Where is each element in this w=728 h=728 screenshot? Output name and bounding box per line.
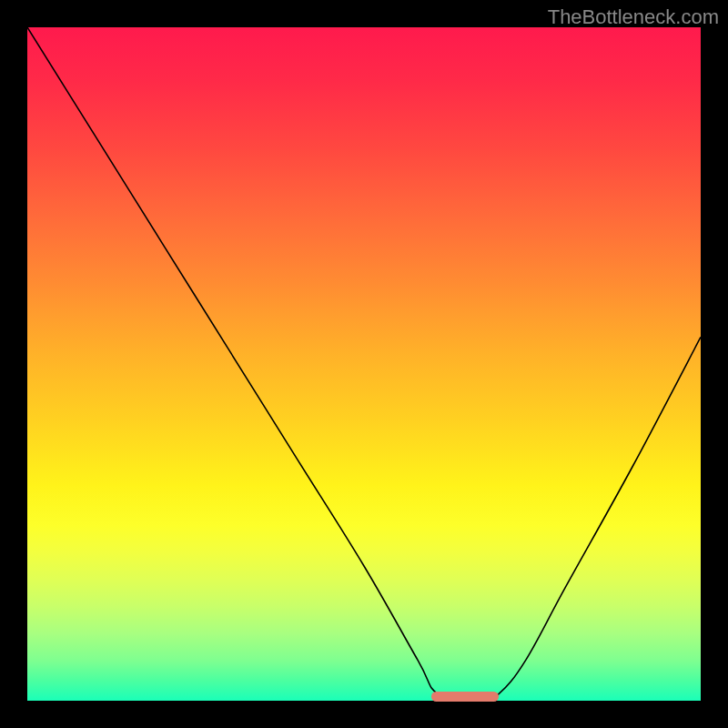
watermark-text: TheBottleneck.com [548, 5, 719, 29]
optimal-range-marker [431, 692, 499, 702]
bottleneck-curve-svg [27, 27, 701, 701]
chart-plot-area [27, 27, 701, 701]
bottleneck-curve [27, 27, 701, 701]
